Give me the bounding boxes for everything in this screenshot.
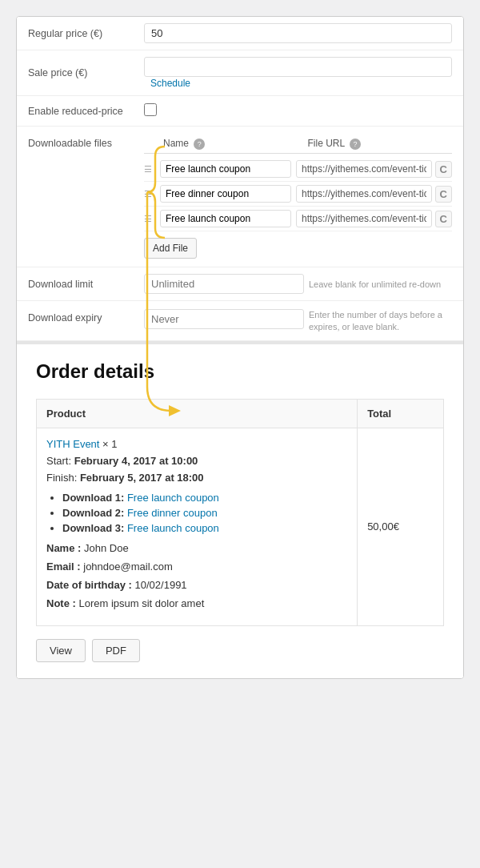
product-qty: × 1 [102,438,117,450]
file-row-0: ☰ C [144,157,452,182]
url-help-icon[interactable]: ? [350,139,361,150]
download-3-link[interactable]: Free launch coupon [127,522,219,534]
add-file-button[interactable]: Add File [144,238,197,259]
list-item-2: Download 3: Free launch coupon [62,522,347,534]
download-expiry-hint: Enter the number of days before a expire… [304,309,448,334]
finish-label: Finish: [46,472,77,484]
file-remove-btn-0[interactable]: C [435,161,452,178]
download-limit-row: Download limit Leave blank for unlimited… [17,267,463,301]
product-link[interactable]: YITH Event [46,438,99,450]
product-finish-date: Finish: February 5, 2017 at 18:00 [46,472,347,484]
sale-price-row: Sale price (€) Schedule [17,50,463,96]
note-info: Note : Lorem ipsum sit dolor amet [46,597,347,609]
file-name-input-2[interactable] [160,210,291,227]
downloads-list: Download 1: Free launch coupon Download … [46,492,347,534]
dob-label: Date of birthday : [46,579,132,591]
regular-price-input[interactable] [144,23,452,43]
name-value: John Doe [84,542,129,554]
sale-price-field: Schedule [144,57,452,89]
drag-handle-2[interactable]: ☰ [144,214,160,224]
note-label: Note : [46,597,76,609]
dob-info: Date of birthday : 10/02/1991 [46,579,347,591]
table-row: YITH Event × 1 Start: February 4, 2017 a… [37,428,444,625]
extra-info: Name : John Doe Email : johndoe@mail.com… [46,542,347,609]
download-expiry-label: Download expiry [28,309,144,323]
file-name-input-0[interactable] [160,160,291,178]
pdf-button[interactable]: PDF [92,639,140,662]
table-header-row: Product Total [37,399,444,428]
file-url-input-0[interactable] [296,160,432,178]
enable-reduced-field [144,103,452,119]
downloadable-files-content: Name ? File URL ? ☰ C ☰ [144,135,452,259]
download-limit-label: Download limit [28,279,144,290]
download-limit-field: Leave blank for unlimited re-down [144,274,452,294]
drag-handle-1[interactable]: ☰ [144,189,160,199]
drag-handle-0[interactable]: ☰ [144,164,160,175]
file-row-2: ☰ C [144,207,452,231]
list-item-1: Download 2: Free dinner coupon [62,507,347,519]
file-row-1: ☰ C [144,182,452,207]
email-value: johndoe@mail.com [83,561,172,573]
file-url-input-2[interactable] [296,210,432,227]
files-table-header: Name ? File URL ? [144,135,452,154]
download-1-link[interactable]: Free launch coupon [127,492,219,504]
file-remove-btn-2[interactable]: C [435,211,452,227]
download-expiry-row: Download expiry Enter the number of days… [17,301,463,341]
order-details-title: Order details [36,360,444,383]
product-start-date: Start: February 4, 2017 at 10:00 [46,455,347,467]
regular-price-label: Regular price (€) [28,28,144,39]
product-name-line: YITH Event × 1 [46,438,347,450]
files-url-col: File URL ? [308,138,453,150]
page-wrapper: Regular price (€) Sale price (€) Schedul… [16,16,464,679]
download-expiry-input[interactable] [144,309,304,329]
name-info: Name : John Doe [46,542,347,554]
enable-reduced-row: Enable reduced-price [17,96,463,127]
sale-price-label: Sale price (€) [28,67,144,78]
regular-price-row: Regular price (€) [17,17,463,50]
email-label: Email : [46,561,81,573]
list-item-0: Download 1: Free launch coupon [62,492,347,504]
download-2-label: Download 2: [62,507,124,519]
finish-date: February 5, 2017 at 18:00 [80,472,204,484]
file-name-input-1[interactable] [160,185,291,203]
product-cell: YITH Event × 1 Start: February 4, 2017 a… [37,428,358,625]
dob-value: 10/02/1991 [135,579,187,591]
download-expiry-field: Enter the number of days before a expire… [144,309,452,334]
download-2-link[interactable]: Free dinner coupon [127,507,218,519]
enable-reduced-checkbox[interactable] [144,103,157,116]
name-label: Name : [46,542,81,554]
top-section: Regular price (€) Sale price (€) Schedul… [17,17,463,341]
note-value: Lorem ipsum sit dolor amet [78,597,204,609]
files-name-col: Name ? [144,138,308,150]
action-buttons: View PDF [36,639,444,662]
start-date: February 4, 2017 at 10:00 [74,455,198,467]
total-col-header: Total [358,399,444,428]
downloadable-files-label: Downloadable files [28,135,144,149]
bottom-section: Order details Product Total YITH Event ×… [17,341,463,678]
downloadable-files-row: Downloadable files Name ? File URL ? ☰ [17,127,463,267]
start-label: Start: [46,455,71,467]
enable-reduced-label: Enable reduced-price [28,106,144,117]
schedule-link[interactable]: Schedule [150,78,190,89]
product-col-header: Product [37,399,358,428]
name-help-icon[interactable]: ? [194,139,205,150]
download-limit-hint: Leave blank for unlimited re-down [304,279,441,289]
sale-price-input[interactable] [144,57,452,77]
view-button[interactable]: View [36,639,86,662]
file-url-input-1[interactable] [296,185,432,203]
order-table: Product Total YITH Event × 1 Start: Febr… [36,399,444,626]
download-limit-input[interactable] [144,274,304,294]
regular-price-field [144,23,452,43]
download-3-label: Download 3: [62,522,124,534]
file-remove-btn-1[interactable]: C [435,186,452,203]
total-value: 50,00€ [367,520,399,532]
email-info: Email : johndoe@mail.com [46,561,347,573]
total-cell: 50,00€ [358,428,444,625]
download-1-label: Download 1: [62,492,124,504]
